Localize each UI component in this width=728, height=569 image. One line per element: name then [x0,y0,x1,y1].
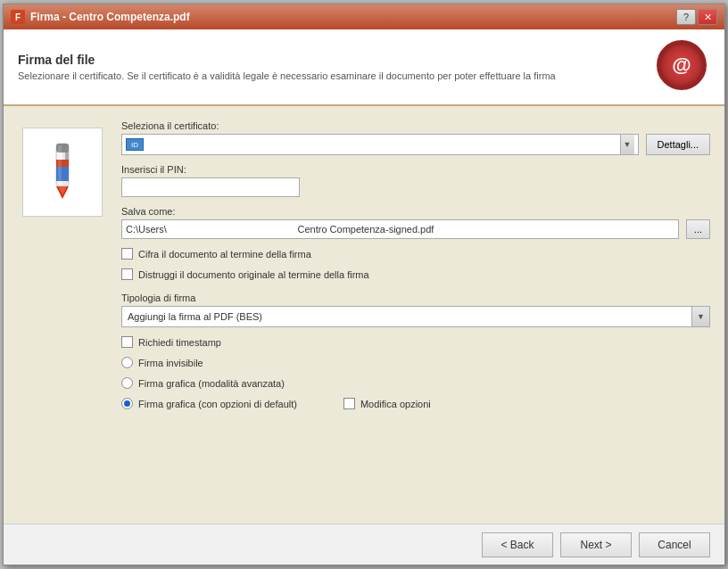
cert-badge: ID [126,138,144,151]
destroy-label: Distruggi il documento originale al term… [138,269,369,280]
cert-dropdown-arrow: ▼ [620,135,634,154]
modifica-label: Modifica opzioni [360,399,431,409]
pen-icon-container [22,128,103,217]
modifica-checkbox[interactable] [343,398,355,409]
browse-button[interactable]: ... [686,219,710,239]
help-button[interactable]: ? [676,9,696,25]
next-button[interactable]: Next > [560,532,632,557]
left-panel [18,120,107,509]
seal-circle: @ [657,40,707,90]
cancel-button[interactable]: Cancel [639,532,710,557]
main-content: Seleziona il certificato: ID ▼ Dettagli.… [4,106,724,524]
graphic-advanced-label: Firma grafica (modalità avanzata) [138,378,285,389]
graphic-advanced-radio-row: Firma grafica (modalità avanzata) [121,377,710,389]
timestamp-label: Richiedi timestamp [138,337,221,348]
encrypt-checkbox-row: Cifra il documento al termine della firm… [121,248,710,260]
destroy-checkbox-row: Distruggi il documento originale al term… [121,268,710,280]
header-section: Firma del file Selezionare il certificat… [4,29,724,106]
seal-icon-container: @ [657,40,710,94]
title-bar-buttons: ? ✕ [676,9,717,25]
certificate-section: Seleziona il certificato: ID ▼ Dettagli.… [121,120,710,155]
pen-image [31,136,94,208]
firma-type-dropdown[interactable]: Aggiungi la firma al PDF (BES) ▼ [121,306,710,327]
header-title: Firma del file [18,53,556,67]
save-label: Salva come: [121,206,710,217]
header-description: Selezionare il certificato. Se il certif… [18,70,556,81]
back-button[interactable]: < Back [482,532,553,557]
destroy-checkbox[interactable] [121,268,133,280]
timestamp-checkbox[interactable] [121,336,133,348]
pin-section: Inserisci il PIN: [121,164,710,197]
cert-select-inner: ID [126,138,620,151]
svg-rect-8 [58,145,62,181]
certificate-row: ID ▼ Dettagli... [121,134,710,155]
encrypt-checkbox[interactable] [121,248,133,260]
right-panel: Seleziona il certificato: ID ▼ Dettagli.… [121,120,710,509]
main-window: F Firma - Centro Competenza.pdf ? ✕ Firm… [3,4,725,565]
firma-type-arrow: ▼ [691,307,709,326]
bottom-row: Firma grafica (con opzioni di default) M… [121,398,710,409]
title-bar-left: F Firma - Centro Competenza.pdf [11,10,190,24]
close-button[interactable]: ✕ [698,9,717,25]
certificate-dropdown[interactable]: ID ▼ [121,134,639,155]
header-text: Firma del file Selezionare il certificat… [18,53,556,81]
app-icon: F [11,10,25,24]
save-row: C:\Users\ Centro Competenza-signed.pdf .… [121,219,710,239]
pin-label: Inserisci il PIN: [121,164,710,175]
encrypt-label: Cifra il documento al termine della firm… [138,249,311,260]
certificate-label: Seleziona il certificato: [121,120,710,131]
invisible-label: Firma invisibile [138,358,203,368]
details-button[interactable]: Dettagli... [646,134,710,155]
save-path-text: C:\Users\ Centro Competenza-signed.pdf [126,224,434,235]
firma-type-value: Aggiungi la firma al PDF (BES) [128,311,262,322]
invisible-radio-row: Firma invisibile [121,357,710,368]
pin-input[interactable] [121,177,300,197]
window-title: Firma - Centro Competenza.pdf [30,11,190,23]
timestamp-row: Richiedi timestamp [121,336,710,348]
firma-type-label: Tipologia di firma [121,293,710,303]
save-section: Salva come: C:\Users\ Centro Competenza-… [121,206,710,239]
save-path: C:\Users\ Centro Competenza-signed.pdf [121,219,679,239]
graphic-default-label: Firma grafica (con opzioni di default) [138,399,297,409]
footer: < Back Next > Cancel [4,524,724,565]
graphic-advanced-radio[interactable] [121,377,133,389]
firma-type-section: Tipologia di firma Aggiungi la firma al … [121,289,710,327]
title-bar: F Firma - Centro Competenza.pdf ? ✕ [4,4,724,29]
invisible-radio[interactable] [121,357,133,368]
graphic-default-radio[interactable] [121,398,133,409]
